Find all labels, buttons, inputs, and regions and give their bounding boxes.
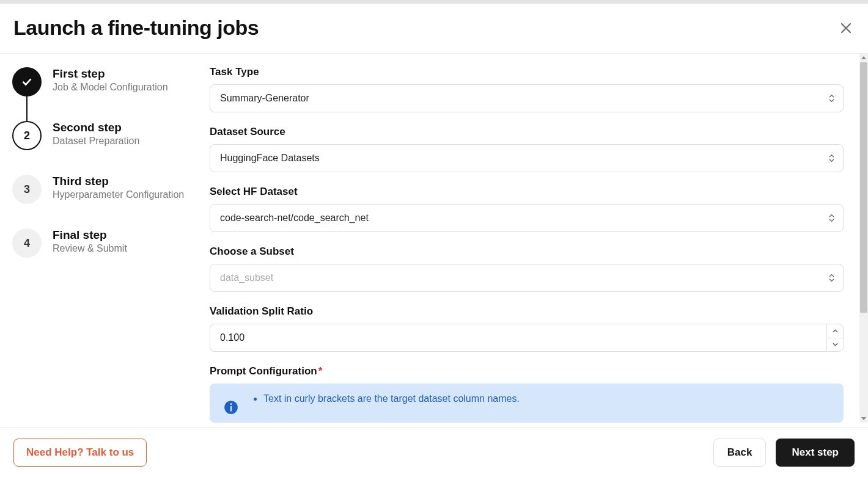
validation-split-label: Validation Split Ratio: [210, 305, 844, 318]
svg-point-2: [230, 403, 232, 405]
modal-header: Launch a fine-tuning jobs: [0, 4, 868, 54]
step-1-indicator: [12, 67, 42, 96]
dataset-source-label: Dataset Source: [210, 126, 844, 138]
scrollbar-thumb[interactable]: [860, 62, 867, 313]
hf-dataset-label: Select HF Dataset: [210, 186, 844, 198]
chevron-updown-icon: [829, 274, 834, 282]
check-icon: [20, 75, 34, 89]
scrollbar[interactable]: [859, 54, 868, 423]
task-type-select[interactable]: Summary-Generator: [210, 84, 844, 112]
step-2-indicator: 2: [12, 121, 42, 150]
svg-rect-1: [230, 406, 232, 412]
step-4-title: Final step: [53, 228, 127, 242]
validation-split-value: 0.100: [220, 332, 245, 343]
step-4: 4 Final step Review & Submit: [12, 228, 197, 258]
dataset-source-select[interactable]: HuggingFace Datasets: [210, 144, 844, 172]
form-area: Task Type Summary-Generator Dataset Sour…: [210, 54, 868, 423]
step-4-indicator: 4: [12, 228, 42, 258]
info-item-1: Text in curly brackets are the target da…: [263, 393, 520, 404]
stepper-down-icon[interactable]: [827, 338, 843, 352]
task-type-label: Task Type: [210, 66, 844, 78]
chevron-updown-icon: [829, 95, 834, 103]
close-button[interactable]: [837, 20, 855, 37]
step-3-subtitle: Hyperparameter Configuration: [53, 189, 184, 200]
step-2-subtitle: Dataset Preparation: [53, 136, 139, 147]
step-2: 2 Second step Dataset Preparation: [12, 121, 197, 175]
subset-select[interactable]: data_subset: [210, 264, 844, 292]
back-button[interactable]: Back: [713, 439, 767, 467]
subset-label: Choose a Subset: [210, 246, 844, 258]
step-3: 3 Third step Hyperparameter Configuratio…: [12, 175, 197, 228]
dataset-source-value: HuggingFace Datasets: [220, 153, 320, 164]
prompt-config-info: Text in curly brackets are the target da…: [210, 384, 844, 423]
stepper-up-icon[interactable]: [827, 324, 843, 338]
chevron-updown-icon: [829, 214, 834, 222]
step-2-title: Second step: [53, 121, 139, 134]
info-icon: [223, 399, 239, 415]
next-step-button[interactable]: Next step: [776, 439, 855, 467]
validation-split-stepper[interactable]: [826, 324, 844, 352]
page-title: Launch a fine-tuning jobs: [13, 16, 259, 40]
validation-split-input[interactable]: 0.100: [210, 324, 826, 352]
help-button[interactable]: Need Help? Talk to us: [13, 439, 147, 467]
prompt-config-label: Prompt Configuration*: [210, 365, 844, 377]
close-icon: [839, 21, 853, 35]
footer: Need Help? Talk to us Back Next step: [0, 427, 868, 477]
subset-placeholder: data_subset: [220, 272, 273, 283]
step-3-indicator: 3: [12, 175, 42, 204]
step-1-title: First step: [53, 67, 168, 81]
hf-dataset-value: code-search-net/code_search_net: [220, 213, 369, 224]
step-4-subtitle: Review & Submit: [53, 243, 127, 254]
stepper: First step Job & Model Configuration 2 S…: [0, 54, 210, 423]
task-type-value: Summary-Generator: [220, 93, 309, 104]
step-1-subtitle: Job & Model Configuration: [53, 82, 168, 93]
chevron-updown-icon: [829, 155, 834, 162]
step-3-title: Third step: [53, 175, 184, 188]
step-1: First step Job & Model Configuration: [12, 67, 197, 121]
hf-dataset-select[interactable]: code-search-net/code_search_net: [210, 204, 844, 232]
